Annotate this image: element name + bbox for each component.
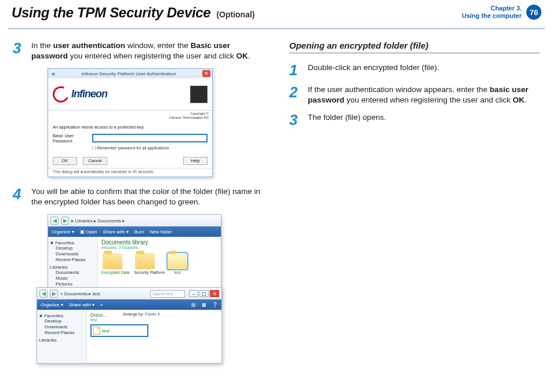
page-header: Using the TPM Security Device (Optional)… — [0, 0, 553, 28]
ok-button[interactable]: OK — [53, 157, 77, 165]
step-number: 1 — [289, 63, 302, 78]
sidebar-item-recent[interactable]: Recent Places — [56, 257, 96, 263]
password-input[interactable] — [92, 134, 208, 142]
chapter-line1: Chapter 3. — [462, 5, 522, 12]
breadcrumb[interactable]: ▸ Libraries ▸ Documents ▸ — [71, 218, 125, 224]
dialog-footer: This dialog will automatically be cancel… — [48, 168, 212, 177]
share-menu[interactable]: Share with ▾ — [69, 302, 94, 307]
swoosh-icon — [50, 84, 71, 105]
close-icon[interactable]: ✕ — [210, 290, 219, 297]
view-icon[interactable]: ▤ — [191, 302, 196, 307]
forward-icon[interactable]: ▶ — [50, 290, 58, 298]
more-menu[interactable]: » — [100, 302, 103, 307]
sidebar-item-desktop[interactable]: Desktop — [45, 318, 85, 324]
sidebar-item-pictures[interactable]: Pictures — [56, 281, 96, 287]
dialog-title: Infineon Security Platform User Authenti… — [81, 71, 176, 76]
folder-icon — [103, 253, 122, 269]
maximize-icon[interactable]: ▢ — [199, 290, 209, 297]
brand-caption: Copyright © Infineon Technologies AG — [48, 111, 212, 120]
dialog-titlebar: ◈ Infineon Security Platform User Authen… — [48, 69, 212, 78]
open-step-1: 1 Double-click an encrypted folder (file… — [289, 63, 540, 78]
sidebar-item-desktop[interactable]: Desktop — [56, 246, 96, 251]
library-subtitle: test — [90, 318, 108, 322]
organize-menu[interactable]: Organize ▾ — [52, 229, 74, 235]
breadcrumb[interactable]: « Documents ▸ test — [60, 291, 100, 296]
folder-encrypted-data[interactable]: Encrypted Data — [101, 253, 123, 274]
step-text: Double-click an encrypted folder (file). — [308, 63, 439, 78]
page-subtitle: (Optional) — [216, 10, 254, 19]
page-title: Using the TPM Security Device — [12, 5, 210, 21]
preview-icon[interactable]: ▦ — [202, 302, 206, 307]
folder-security-platform[interactable]: Security Platform — [134, 253, 156, 274]
right-column: Opening an encrypted folder (file) 1 Dou… — [289, 41, 540, 367]
sidebar-item-downloads[interactable]: Downloads — [45, 324, 85, 330]
open-step-2: 2 If the user authentication window appe… — [289, 85, 540, 105]
library-subtitle: Includes: 2 locations — [101, 246, 217, 250]
burn-button[interactable]: Burn — [134, 229, 144, 235]
open-button[interactable]: ▣ Open — [80, 229, 97, 235]
dialog-message: An application needs access to a protect… — [53, 124, 208, 130]
left-column: 3 In the user authentication window, ent… — [13, 41, 264, 367]
newfolder-button[interactable]: New folder — [150, 229, 172, 235]
explorer-titlebar: ◀ ▶ ▸ Libraries ▸ Documents ▸ — [48, 215, 221, 226]
sidebar-libraries[interactable]: Libraries — [39, 338, 85, 343]
share-menu[interactable]: Share with ▾ — [103, 229, 129, 235]
step-number: 4 — [13, 186, 26, 207]
organize-menu[interactable]: Organize ▾ — [41, 302, 63, 307]
explorer-window-nested: ◀ ▶ « Documents ▸ test Search test – ▢ ✕… — [37, 287, 222, 364]
chapter-line2: Using the computer — [462, 12, 522, 20]
sidebar-favorites[interactable]: ★ Favorites — [39, 313, 85, 318]
page-number-badge: 76 — [526, 5, 541, 20]
explorer-toolbar: Organize ▾ Share with ▾ » ▤ ▦ ❔ — [37, 299, 221, 310]
explorer-titlebar: ◀ ▶ « Documents ▸ test Search test – ▢ ✕ — [37, 288, 221, 299]
auth-dialog: ◈ Infineon Security Platform User Authen… — [48, 68, 213, 177]
brand-logo: Infineon — [53, 86, 107, 102]
header-rule — [8, 28, 545, 30]
arrange-by[interactable]: Arrange by: Folder ▾ — [123, 312, 160, 317]
sidebar-favorites[interactable]: ★ Favorites — [50, 240, 96, 246]
help-button[interactable]: Help — [183, 157, 208, 165]
folder-test[interactable]: test — [166, 253, 188, 274]
step-text: You will be able to confirm that the col… — [31, 186, 264, 207]
step-4: 4 You will be able to confirm that the c… — [13, 186, 264, 207]
library-title: Docu… — [90, 312, 108, 318]
sidebar-libraries[interactable]: Libraries — [50, 265, 96, 270]
step-text: In the user authentication window, enter… — [31, 41, 264, 61]
step-number: 3 — [289, 112, 302, 127]
folder-icon — [135, 253, 155, 269]
sidebar-item-recent[interactable]: Recent Places — [45, 330, 85, 336]
library-title: Documents library — [101, 239, 217, 246]
sidebar-item-music[interactable]: Music — [56, 276, 96, 281]
cancel-button[interactable]: Cancel — [83, 157, 107, 165]
step-number: 3 — [13, 41, 26, 61]
section-heading: Opening an encrypted folder (file) — [289, 41, 540, 53]
remember-checkbox[interactable]: ☐ Remember password for all applications — [92, 146, 208, 151]
back-icon[interactable]: ◀ — [50, 217, 59, 225]
forward-icon[interactable]: ▶ — [61, 217, 69, 225]
sidebar-item-documents[interactable]: Documents — [56, 270, 96, 276]
step-3: 3 In the user authentication window, ent… — [13, 41, 264, 61]
step-number: 2 — [289, 85, 302, 105]
password-label: Basic User Password: — [53, 133, 89, 144]
help-icon[interactable]: ❔ — [212, 302, 218, 307]
sidebar-item-downloads[interactable]: Downloads — [56, 251, 96, 257]
minimize-icon[interactable]: – — [189, 290, 198, 297]
step-text: The folder (file) opens. — [308, 112, 386, 127]
file-icon — [93, 327, 100, 335]
explorer-toolbar: Organize ▾ ▣ Open Share with ▾ Burn New … — [48, 226, 221, 237]
search-input[interactable]: Search test — [150, 290, 185, 298]
close-icon[interactable]: ✕ — [202, 70, 210, 77]
back-icon[interactable]: ◀ — [39, 290, 48, 298]
brand-text: Infineon — [71, 88, 107, 100]
shield-icon: ◈ — [52, 71, 55, 76]
chip-icon — [190, 86, 208, 103]
folder-icon — [168, 253, 187, 269]
open-step-3: 3 The folder (file) opens. — [289, 112, 540, 127]
file-name: test — [102, 328, 110, 334]
step-text: If the user authentication window appear… — [308, 85, 540, 105]
explorer-sidebar: ★ Favorites Desktop Downloads Recent Pla… — [37, 310, 87, 363]
explorer-window: ◀ ▶ ▸ Libraries ▸ Documents ▸ Organize ▾… — [48, 214, 221, 301]
file-test[interactable]: test — [90, 324, 148, 337]
chapter-label: Chapter 3. Using the computer — [462, 5, 522, 19]
